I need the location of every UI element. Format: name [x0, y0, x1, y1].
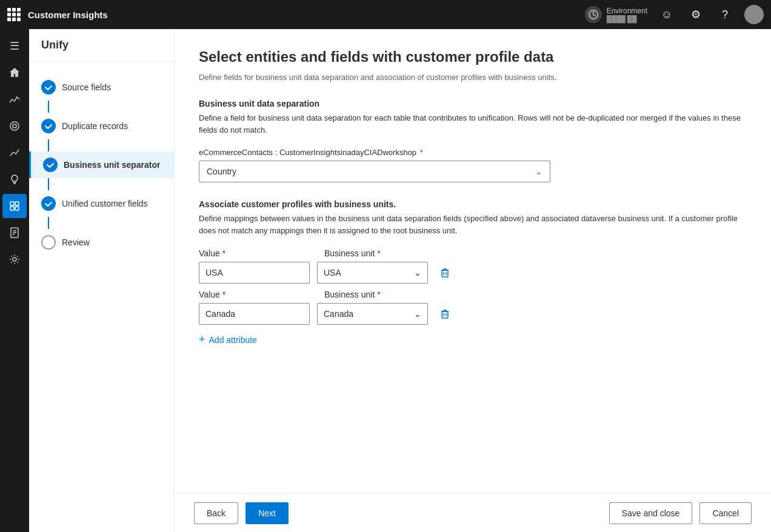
value-input-1[interactable]	[199, 262, 310, 284]
step-circle-5	[41, 235, 56, 250]
topbar-right: Environment ████ ██ ☺ ⚙ ?	[585, 5, 764, 24]
avatar[interactable]	[744, 5, 764, 24]
business-unit-section-title: Business unit data separation	[199, 99, 747, 108]
step-label-business-unit: Business unit separator	[64, 160, 161, 170]
associate-section-title: Associate customer profiles with busines…	[199, 199, 747, 209]
step-connector-1	[48, 101, 49, 113]
svg-point-1	[10, 122, 19, 130]
associate-section-desc: Define mappings between values in the bu…	[199, 213, 747, 236]
sidebar-bulb-button[interactable]	[2, 167, 27, 191]
svg-rect-14	[442, 270, 448, 277]
sidebar-analytics-button[interactable]	[2, 87, 27, 111]
left-nav: Unify Source fields Duplicate records	[29, 29, 175, 532]
step-label-duplicate: Duplicate records	[62, 121, 128, 131]
svg-point-13	[13, 258, 16, 261]
chevron-down-icon: ⌄	[535, 167, 542, 176]
country-dropdown[interactable]: Country ⌄	[199, 161, 550, 182]
delete-row-2-button[interactable]	[435, 304, 455, 324]
environment-text: Environment ████ ██	[607, 7, 647, 22]
nav-steps: Source fields Duplicate records Business…	[29, 62, 174, 268]
sidebar-target-button[interactable]	[2, 114, 27, 138]
business-unit-header-1: Business unit *	[324, 248, 435, 258]
content-area: Select entities and fields with customer…	[175, 29, 771, 532]
topbar: Customer Insights Environment ████ ██ ☺ …	[0, 0, 771, 29]
app-title: Customer Insights	[28, 10, 578, 20]
nav-step-source-fields[interactable]: Source fields	[29, 74, 174, 101]
required-star-bu-2: *	[377, 290, 380, 299]
nav-step-duplicate-records[interactable]: Duplicate records	[29, 113, 174, 139]
step-circle-4	[41, 196, 56, 211]
mapping-row-1: USA ⌄	[199, 262, 747, 284]
svg-point-2	[13, 124, 16, 128]
value-input-2[interactable]	[199, 303, 310, 325]
business-unit-section-desc: Define a field for business unit data se…	[199, 112, 747, 136]
settings-button[interactable]: ⚙	[686, 5, 706, 24]
value-header-1: Value *	[199, 248, 310, 258]
save-close-button[interactable]: Save and close	[609, 502, 693, 524]
sidebar-segment-button[interactable]	[2, 194, 27, 218]
required-star-value-1: *	[222, 248, 225, 258]
next-button[interactable]: Next	[245, 502, 289, 524]
business-unit-value-2: Canada	[324, 309, 353, 319]
step-circle-2	[41, 119, 56, 133]
footer-left: Back Next	[194, 502, 289, 524]
add-attribute-button[interactable]: + Add attribute	[199, 331, 257, 348]
nav-step-business-unit[interactable]: Business unit separator	[29, 151, 174, 178]
entity-name: eCommerceContacts : CustomerInsightsinad…	[199, 148, 416, 157]
sidebar-home-button[interactable]	[2, 61, 27, 85]
required-star-bu-1: *	[377, 248, 380, 258]
value-header-2: Value *	[199, 290, 310, 299]
business-unit-value-1: USA	[324, 268, 341, 278]
environment-info[interactable]: Environment ████ ██	[585, 6, 647, 23]
nav-step-review[interactable]: Review	[29, 229, 174, 256]
svg-rect-17	[442, 311, 448, 318]
business-unit-dropdown-2[interactable]: Canada ⌄	[317, 303, 428, 325]
nav-step-unified-customer[interactable]: Unified customer fields	[29, 190, 174, 217]
step-connector-2	[48, 139, 49, 151]
smiley-button[interactable]: ☺	[657, 5, 676, 24]
business-unit-dropdown-1[interactable]: USA ⌄	[317, 262, 428, 284]
step-circle-1	[41, 80, 56, 95]
sidebar-report-button[interactable]	[2, 221, 27, 245]
svg-rect-5	[10, 202, 14, 205]
step-label-review: Review	[62, 238, 90, 247]
mapping-row-2: Canada ⌄	[199, 303, 747, 325]
footer: Back Next Save and close Cancel	[175, 493, 771, 532]
required-star-entity: *	[418, 148, 423, 157]
chevron-down-icon-2: ⌄	[414, 309, 421, 319]
left-nav-header: Unify	[29, 29, 174, 62]
svg-rect-7	[10, 207, 14, 210]
add-attribute-label: Add attribute	[209, 335, 257, 345]
grid-icon[interactable]	[7, 8, 21, 21]
page-subtitle: Define fields for business unit data sep…	[199, 73, 747, 82]
step-label-source: Source fields	[62, 82, 111, 92]
svg-rect-6	[15, 202, 19, 205]
environment-icon	[585, 6, 602, 23]
sidebar-icons: ☰	[0, 29, 29, 532]
main-layout: ☰ Unify	[0, 29, 771, 532]
page-title: Select entities and fields with customer…	[199, 48, 747, 65]
step-label-unified: Unified customer fields	[62, 199, 148, 208]
business-unit-header-2: Business unit *	[324, 290, 435, 299]
required-star-value-2: *	[222, 290, 225, 299]
step-circle-3	[43, 158, 58, 172]
sidebar-menu-button[interactable]: ☰	[2, 34, 27, 58]
sidebar-settings-button[interactable]	[2, 247, 27, 271]
entity-field-label: eCommerceContacts : CustomerInsightsinad…	[199, 148, 747, 157]
country-dropdown-value: Country	[207, 167, 236, 176]
mapping-header-row1: Value * Business unit *	[199, 248, 747, 258]
chevron-down-icon-1: ⌄	[414, 268, 421, 278]
delete-row-1-button[interactable]	[435, 263, 455, 282]
step-connector-4	[48, 217, 49, 229]
content-scroll: Select entities and fields with customer…	[175, 29, 771, 493]
mapping-header-row2: Value * Business unit *	[199, 290, 747, 299]
help-button[interactable]: ?	[715, 5, 735, 24]
cancel-button[interactable]: Cancel	[699, 502, 752, 524]
step-connector-3	[48, 178, 49, 190]
plus-icon: +	[199, 333, 205, 346]
footer-right: Save and close Cancel	[609, 502, 752, 524]
svg-rect-8	[15, 207, 19, 210]
back-button[interactable]: Back	[194, 502, 238, 524]
sidebar-chart-button[interactable]	[2, 141, 27, 165]
